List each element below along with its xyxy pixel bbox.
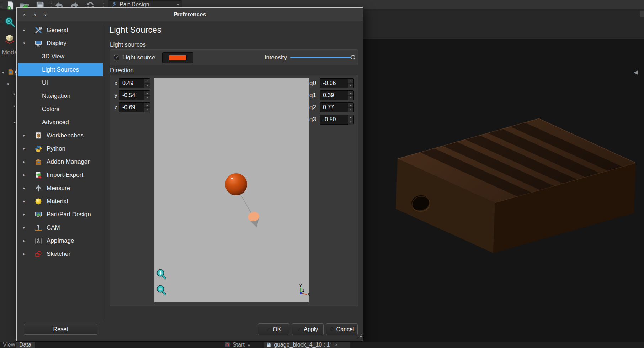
sidebar-item-ui[interactable]: UI (18, 76, 103, 89)
measure-icon (34, 184, 42, 192)
sidebar-item-label: Advanced (42, 119, 69, 126)
quaternion-q1-spinbox[interactable]: 0.39▲▼ (320, 90, 354, 100)
branch-collapsed-icon[interactable]: ▸ (14, 120, 16, 125)
sidebar-item-measure[interactable]: ▸Measure (18, 181, 103, 195)
import-export-icon (34, 171, 42, 179)
sidebar-item-3d-view[interactable]: 3D View (18, 50, 103, 63)
toolbar-grip[interactable] (0, 17, 2, 23)
light-source-checkbox[interactable]: ✓ (114, 55, 119, 60)
ok-button-label: OK (273, 326, 281, 333)
sidebar-item-light-sources[interactable]: Light Sources (18, 63, 103, 76)
cancel-button[interactable]: Cancel (326, 323, 358, 335)
apply-button[interactable]: ✓ Apply (292, 323, 324, 335)
sidebar-item-colors[interactable]: Colors (18, 102, 103, 116)
close-tab-icon[interactable]: × (248, 342, 250, 348)
spin-down-icon[interactable]: ▼ (348, 96, 353, 100)
light-color-button[interactable] (162, 52, 193, 63)
sidebar-item-display[interactable]: ▾Display (18, 37, 103, 50)
new-document-icon[interactable] (6, 1, 15, 9)
chevron-collapsed-icon[interactable]: ▸ (22, 28, 27, 32)
chevron-collapsed-icon[interactable]: ▸ (22, 186, 27, 190)
resize-grip[interactable] (357, 334, 362, 339)
chevron-collapsed-icon[interactable]: ▸ (22, 212, 27, 217)
close-tab-icon[interactable]: × (335, 342, 338, 348)
dialog-titlebar[interactable]: × ∧ ∨ Preferences (17, 8, 363, 21)
mdi-tab-start[interactable]: Start × (222, 342, 253, 348)
isometric-view-icon[interactable] (4, 32, 16, 44)
spin-value: -0.50 (320, 115, 348, 124)
apply-button-label: Apply (304, 326, 318, 333)
spin-down-icon[interactable]: ▼ (348, 108, 353, 112)
spin-up-icon[interactable]: ▲ (144, 91, 150, 96)
cancel-button-label: Cancel (336, 326, 354, 333)
branch-expanded-icon[interactable]: ▾ (7, 82, 9, 86)
toolbar-overflow[interactable] (640, 11, 644, 17)
panel-tab-view[interactable]: View (1, 342, 17, 348)
zoom-fit-icon[interactable] (4, 16, 16, 28)
spin-down-icon[interactable]: ▼ (144, 84, 150, 88)
direction-z-spinbox[interactable]: -0.69▲▼ (119, 102, 150, 112)
chevron-expanded-icon[interactable]: ▾ (22, 41, 27, 46)
sidebar-item-sketcher[interactable]: ▸Sketcher (18, 247, 103, 260)
quaternion-q2-spinbox[interactable]: 0.77▲▼ (320, 102, 354, 112)
spin-down-icon[interactable]: ▼ (348, 84, 353, 88)
sidebar-item-workbenches[interactable]: ▸Workbenches (18, 129, 103, 142)
toolbar-grip[interactable] (103, 1, 105, 8)
spin-down-icon[interactable]: ▼ (144, 96, 150, 100)
sidebar-item-navigation[interactable]: Navigation (18, 89, 103, 102)
sidebar-item-label: Navigation (42, 93, 70, 100)
quaternion-q3-spinbox[interactable]: -0.50▲▼ (320, 115, 354, 125)
spin-up-icon[interactable]: ▲ (348, 115, 353, 120)
intensity-slider-handle[interactable] (351, 55, 355, 59)
spin-up-icon[interactable]: ▲ (144, 79, 150, 84)
chevron-up-icon[interactable]: ∧ (31, 11, 39, 19)
spin-up-icon[interactable]: ▲ (348, 79, 353, 84)
sidebar-item-cam[interactable]: ▸CAM (18, 221, 103, 234)
chevron-collapsed-icon[interactable]: ▸ (22, 173, 27, 177)
close-icon[interactable]: × (20, 11, 28, 19)
chevron-collapsed-icon[interactable]: ▸ (22, 238, 27, 243)
intensity-slider[interactable] (290, 55, 355, 60)
chevron-collapsed-icon[interactable]: ▸ (22, 199, 27, 204)
zoom-in-icon[interactable] (156, 269, 166, 281)
sidebar-item-material[interactable]: ▸Material (18, 195, 103, 208)
branch-collapsed-icon[interactable]: ▸ (14, 104, 16, 108)
sidebar-item-addon-manager[interactable]: ▸Addon Manager (18, 155, 103, 168)
quaternion-q3-label: q3 (309, 116, 318, 123)
workbench-icon (111, 2, 117, 7)
spin-down-icon[interactable]: ▼ (144, 108, 150, 112)
branch-collapsed-icon[interactable]: ▸ (14, 91, 16, 96)
mdi-tab-document[interactable]: guage_block_4_10 : 1* × (264, 342, 350, 348)
quaternion-q0-spinbox[interactable]: -0.06▲▼ (320, 78, 354, 88)
sidebar-item-appimage[interactable]: ▸AppImage (18, 234, 103, 247)
axis-indicator: Y Z X (295, 284, 311, 301)
chevron-collapsed-icon[interactable]: ▸ (22, 159, 27, 164)
direction-z-label: z (113, 104, 117, 111)
branch-expanded-icon[interactable]: ▾ (2, 70, 4, 75)
ok-button[interactable]: ✓ OK (258, 323, 289, 335)
reset-button[interactable]: Reset (24, 324, 97, 335)
sidebar-item-advanced[interactable]: Advanced (18, 116, 103, 129)
toolbar-grip[interactable] (50, 1, 52, 8)
toolbar-grip[interactable] (0, 1, 2, 8)
chevron-collapsed-icon[interactable]: ▸ (22, 133, 27, 138)
direction-y-spinbox[interactable]: -0.54▲▼ (119, 90, 150, 100)
sidebar-item-part-part-design[interactable]: ▸Part/Part Design (18, 208, 103, 221)
chevron-collapsed-icon[interactable]: ▸ (22, 146, 27, 151)
spin-up-icon[interactable]: ▲ (144, 103, 150, 108)
panel-tab-data[interactable]: Data (16, 342, 35, 348)
sidebar-item-python[interactable]: ▸Python (18, 142, 103, 155)
spin-up-icon[interactable]: ▲ (348, 103, 353, 108)
direction-x-row: x0.49▲▼ (113, 78, 150, 88)
zoom-out-icon[interactable] (156, 285, 166, 297)
sidebar-item-general[interactable]: ▸General (18, 23, 103, 37)
light-direction-preview[interactable]: Y Z X (154, 78, 309, 302)
panel-collapse-icon[interactable]: ◀ (634, 69, 638, 75)
spin-up-icon[interactable]: ▲ (348, 91, 353, 96)
chevron-collapsed-icon[interactable]: ▸ (22, 252, 27, 256)
chevron-collapsed-icon[interactable]: ▸ (22, 225, 27, 230)
sidebar-item-import-export[interactable]: ▸Import-Export (18, 168, 103, 181)
chevron-down-icon[interactable]: ∨ (42, 11, 49, 19)
direction-x-spinbox[interactable]: 0.49▲▼ (119, 78, 150, 88)
spin-down-icon[interactable]: ▼ (348, 120, 353, 125)
